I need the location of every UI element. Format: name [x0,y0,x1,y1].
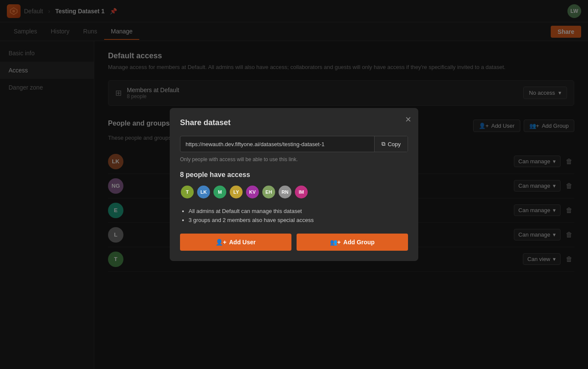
list-item: 3 groups and 2 members also have special… [189,217,408,223]
link-note: Only people with access will be able to … [180,156,408,162]
modal-add-user-button[interactable]: 👤+ Add User [180,234,291,251]
avatar-row: TLKMLYKVEHRNIM [180,185,408,199]
copy-button[interactable]: ⧉ Copy [374,136,408,152]
avatar: IM [294,185,309,199]
share-modal: Share dataset ✕ https://newauth.dev.fift… [170,108,418,261]
modal-add-group-label: Add Group [343,239,375,246]
avatar: LY [229,185,243,199]
avatar: T [180,185,195,199]
avatar: EH [261,185,276,199]
access-count-title: 8 people have access [180,171,408,179]
modal-title: Share dataset [180,118,408,127]
avatar: M [213,185,227,199]
bullet-list: All admins at Default can manage this da… [180,208,408,223]
avatar: RN [278,185,292,199]
modal-add-user-label: Add User [229,239,255,246]
avatar: KV [245,185,260,199]
modal-close-button[interactable]: ✕ [405,115,411,124]
dataset-url: https://newauth.dev.fiftyone.ai/datasets… [180,137,374,152]
modal-add-group-icon: 👥+ [330,239,341,246]
copy-label: Copy [388,141,401,147]
url-field: https://newauth.dev.fiftyone.ai/datasets… [180,136,408,152]
copy-icon: ⧉ [381,141,385,147]
modal-buttons: 👤+ Add User 👥+ Add Group [180,234,408,251]
list-item: All admins at Default can manage this da… [189,208,408,214]
modal-add-user-icon: 👤+ [216,239,226,246]
modal-overlay[interactable]: Share dataset ✕ https://newauth.dev.fift… [0,0,588,369]
modal-add-group-button[interactable]: 👥+ Add Group [297,234,408,251]
avatar: LK [196,185,211,199]
